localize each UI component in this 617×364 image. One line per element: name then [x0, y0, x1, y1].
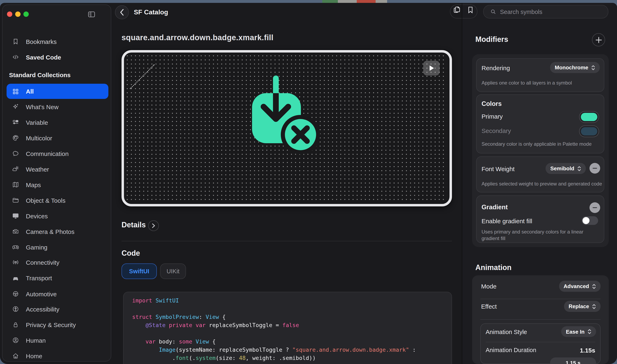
- close-button[interactable]: [7, 12, 12, 17]
- camera-icon: [12, 228, 19, 235]
- remove-font-weight-button[interactable]: [590, 163, 600, 174]
- sidebar-item-variable[interactable]: Variable: [7, 115, 108, 129]
- page-title: SF Catalog: [134, 9, 168, 16]
- lock-icon: [12, 321, 19, 328]
- copy-code-button[interactable]: [452, 6, 460, 14]
- map-icon: [12, 181, 19, 188]
- chevron-up-down-icon: [577, 166, 581, 171]
- colors-card: Colors Primary Secondary Secondary color…: [476, 94, 604, 154]
- code-block: import SwiftUI struct SymbolPreview: Vie…: [123, 292, 452, 364]
- mode-dropdown[interactable]: Advanced: [559, 281, 601, 292]
- gradient-caption: Uses primary and secondary colors for a …: [482, 229, 584, 242]
- sparkle-icon: [12, 103, 19, 110]
- sidebar-item-saved-code[interactable]: Saved Code: [7, 50, 108, 64]
- play-animation-button[interactable]: [423, 61, 440, 76]
- sidebar-item-maps[interactable]: Maps: [7, 178, 108, 192]
- font-weight-value: Semibold: [550, 165, 574, 171]
- search-field[interactable]: [483, 5, 608, 18]
- add-modifier-button[interactable]: [592, 33, 605, 46]
- code-line: struct SymbolPreview: View {: [132, 313, 416, 321]
- zoom-button[interactable]: [23, 12, 29, 17]
- sidebar-item-camera-photos[interactable]: Camera & Photos: [7, 224, 108, 238]
- font-weight-caption: Applies selected weight to preview and g…: [482, 181, 602, 187]
- sidebar-item-label: Automotive: [26, 290, 57, 297]
- play-icon: [428, 65, 434, 71]
- font-weight-dropdown[interactable]: Semibold: [546, 163, 586, 174]
- animation-duration-value: 1.15s: [580, 347, 595, 354]
- colors-heading: Colors: [482, 100, 502, 107]
- sidebar-item-bookmarks[interactable]: Bookmarks: [7, 35, 108, 48]
- sidebar-item-label: Transport: [26, 274, 52, 281]
- code-icon: [12, 53, 19, 61]
- tab-uikit[interactable]: UIKit: [160, 263, 186, 279]
- sidebar-item-label: Multicolor: [26, 134, 52, 141]
- sidebar-item-automotive[interactable]: Automotive: [7, 287, 108, 301]
- sidebar-item-all[interactable]: All: [7, 84, 108, 99]
- font-weight-card: Font Weight Semibold Applies selected we…: [476, 156, 604, 193]
- sidebar-item-communication[interactable]: Communication: [7, 146, 108, 160]
- sidebar-item-label: Connectivity: [26, 259, 59, 266]
- gradient-toggle[interactable]: [582, 216, 598, 225]
- section-divider: [121, 241, 452, 241]
- code-line: [132, 329, 416, 337]
- rendering-card: Rendering Monochrome Applies one color t…: [476, 58, 604, 92]
- code-line: @State private var replaceSymbolToggle =…: [132, 321, 416, 329]
- secondary-color-swatch[interactable]: [581, 127, 597, 135]
- sidebar-item-gaming[interactable]: Gaming: [7, 240, 108, 254]
- variable-icon: [12, 119, 19, 126]
- remove-gradient-button[interactable]: [590, 202, 600, 213]
- effect-dropdown[interactable]: Replace: [564, 301, 601, 312]
- font-weight-label: Font Weight: [482, 165, 515, 172]
- gradient-toggle-label: Enable gradient fill: [482, 218, 532, 224]
- sidebar-item-label: What's New: [26, 103, 58, 110]
- sidebar-item-label: Variable: [26, 119, 48, 126]
- animation-duration-label: Animation Duration: [486, 347, 536, 353]
- sidebar-item-label: Home: [26, 352, 42, 359]
- tab-swiftui[interactable]: SwiftUI: [121, 263, 157, 279]
- duration-stepper[interactable]: 1.15 s: [550, 357, 596, 364]
- primary-color-label: Primary: [482, 113, 503, 120]
- minimize-button[interactable]: [15, 12, 21, 17]
- back-button[interactable]: [115, 5, 129, 19]
- sidebar-item-label: Gaming: [26, 244, 47, 250]
- sidebar-toggle-icon[interactable]: [87, 10, 96, 17]
- sidebar-section-header: Standard Collections: [9, 71, 71, 78]
- sidebar-item-label: All: [26, 88, 34, 95]
- sidebar-item-transport[interactable]: Transport: [7, 271, 108, 285]
- sidebar-item-home[interactable]: Home: [7, 349, 108, 363]
- sidebar-item-privacy-security[interactable]: Privacy & Security: [7, 318, 108, 332]
- details-heading: Details: [121, 221, 146, 229]
- rendering-dropdown[interactable]: Monochrome: [550, 62, 600, 73]
- sidebar-item-label: Saved Code: [26, 53, 61, 61]
- row-divider: [486, 342, 595, 342]
- search-input[interactable]: [499, 8, 599, 15]
- colors-caption: Secondary color is only applicable in Pa…: [482, 141, 591, 147]
- details-expand-button[interactable]: [148, 220, 159, 231]
- sidebar-item-label: Camera & Photos: [26, 228, 75, 235]
- panel-divider: [462, 3, 462, 364]
- animation-style-label: Animation Style: [486, 329, 527, 335]
- modifiers-heading: Modifiers: [475, 35, 508, 44]
- sidebar-item-human[interactable]: Human: [7, 333, 108, 347]
- sidebar-item-object-tools[interactable]: Object & Tools: [7, 193, 108, 207]
- chevron-up-down-icon: [592, 303, 596, 309]
- app-window: Bookmarks Saved Code Standard Collection…: [0, 3, 617, 364]
- bookmark-symbol-button[interactable]: [466, 6, 474, 14]
- sidebar-item-multicolor[interactable]: Multicolor: [7, 131, 108, 145]
- chevron-up-down-icon: [588, 329, 591, 335]
- sidebar-item-what-s-new[interactable]: What's New: [7, 100, 108, 114]
- sidebar-item-weather[interactable]: Weather: [7, 162, 108, 176]
- animation-style-dropdown[interactable]: Ease In: [561, 326, 596, 337]
- effect-label: Effect: [481, 303, 497, 310]
- grid-icon: [12, 88, 19, 95]
- effect-value: Replace: [569, 303, 589, 309]
- sidebar-item-accessibility[interactable]: Accessibility: [7, 302, 108, 316]
- sidebar: Bookmarks Saved Code Standard Collection…: [2, 4, 111, 362]
- sidebar-item-devices[interactable]: Devices: [7, 209, 108, 223]
- code-line: import SwiftUI: [132, 296, 416, 304]
- sidebar-item-connectivity[interactable]: Connectivity: [7, 255, 108, 269]
- duration-stepper-value: 1.15 s: [566, 360, 580, 364]
- primary-color-swatch[interactable]: [581, 113, 597, 121]
- weather-icon: [12, 165, 19, 173]
- code-heading: Code: [121, 249, 140, 258]
